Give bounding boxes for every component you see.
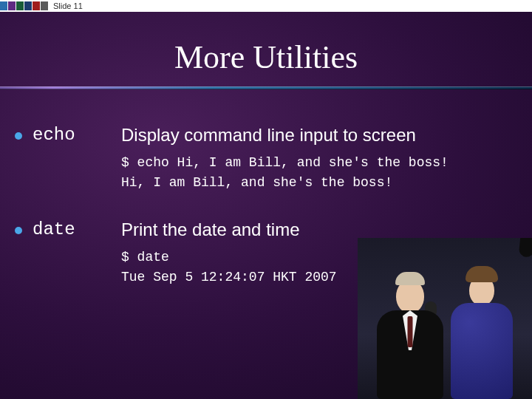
- utility-item: echo Display command line input to scree…: [15, 125, 532, 193]
- command-name: date: [33, 219, 121, 239]
- person-figure: [377, 272, 443, 399]
- bullet-icon: [15, 132, 22, 140]
- header-bar: Slide 11: [0, 0, 532, 12]
- command-name: echo: [33, 125, 121, 145]
- command-description: Display command line input to screen: [121, 125, 532, 146]
- bullet-icon: [15, 227, 22, 234]
- logo: [0, 0, 49, 12]
- command-description: Print the date and time: [121, 219, 532, 240]
- slide-photo: [358, 238, 532, 399]
- slide-title: More Utilities: [0, 38, 532, 76]
- person-figure: [451, 266, 513, 399]
- slide-number: Slide 11: [53, 1, 83, 10]
- terminal-output: $ echo Hi, I am Bill, and she's the boss…: [121, 153, 532, 193]
